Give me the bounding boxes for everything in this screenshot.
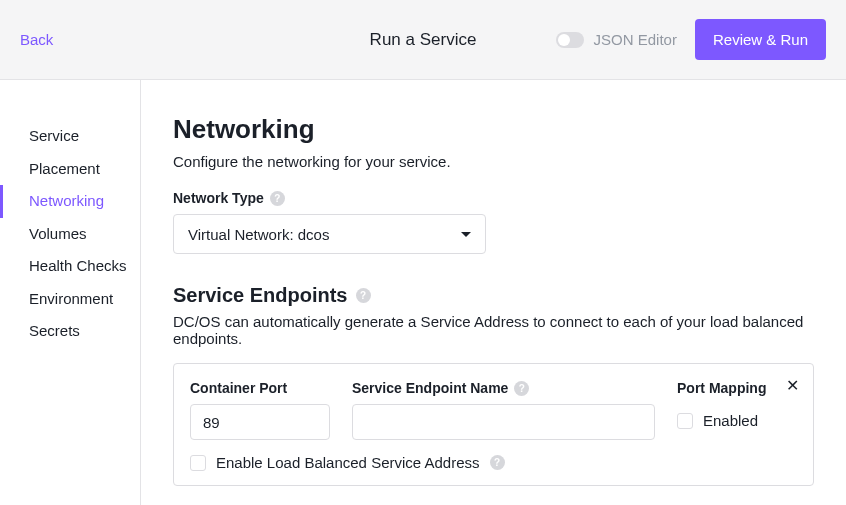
service-endpoints-title: Service Endpoints ?: [173, 284, 814, 307]
page-title: Networking: [173, 114, 814, 145]
network-type-select[interactable]: Virtual Network: dcos: [173, 214, 486, 254]
network-type-selected: Virtual Network: dcos: [188, 226, 329, 243]
sidebar-item-health-checks[interactable]: Health Checks: [0, 250, 140, 283]
json-editor-label: JSON Editor: [594, 31, 677, 48]
main-content: Networking Configure the networking for …: [141, 80, 846, 505]
sidebar-item-secrets[interactable]: Secrets: [0, 315, 140, 348]
container-port-label: Container Port: [190, 380, 330, 396]
chevron-down-icon: [461, 232, 471, 237]
body: Service Placement Networking Volumes Hea…: [0, 80, 846, 505]
endpoint-box: ✕ Container Port Service Endpoint Name ?: [173, 363, 814, 486]
header-right: JSON Editor Review & Run: [556, 19, 826, 60]
help-icon[interactable]: ?: [270, 191, 285, 206]
page-subtitle: Configure the networking for your servic…: [173, 153, 814, 170]
json-editor-toggle-container: JSON Editor: [556, 31, 677, 48]
header: Back Run a Service JSON Editor Review & …: [0, 0, 846, 80]
sidebar: Service Placement Networking Volumes Hea…: [0, 80, 141, 505]
container-port-input[interactable]: [190, 404, 330, 440]
service-endpoint-name-label: Service Endpoint Name ?: [352, 380, 655, 396]
network-type-label-text: Network Type: [173, 190, 264, 206]
sidebar-item-placement[interactable]: Placement: [0, 153, 140, 186]
help-icon[interactable]: ?: [514, 381, 529, 396]
back-link[interactable]: Back: [20, 31, 53, 48]
port-mapping-col: Port Mapping Enabled: [677, 380, 797, 429]
port-mapping-label-text: Port Mapping: [677, 380, 766, 396]
container-port-col: Container Port: [190, 380, 330, 440]
json-editor-toggle[interactable]: [556, 32, 584, 48]
port-mapping-enabled-label: Enabled: [703, 412, 758, 429]
sidebar-item-networking[interactable]: Networking: [0, 185, 140, 218]
service-endpoints-title-text: Service Endpoints: [173, 284, 348, 307]
network-type-label: Network Type ?: [173, 190, 814, 206]
load-balanced-checkbox[interactable]: [190, 455, 206, 471]
help-icon[interactable]: ?: [490, 455, 505, 470]
port-mapping-label: Port Mapping: [677, 380, 797, 396]
service-endpoint-name-label-text: Service Endpoint Name: [352, 380, 508, 396]
load-balanced-label: Enable Load Balanced Service Address: [216, 454, 480, 471]
sidebar-item-service[interactable]: Service: [0, 120, 140, 153]
help-icon[interactable]: ?: [356, 288, 371, 303]
container-port-label-text: Container Port: [190, 380, 287, 396]
endpoint-row: Container Port Service Endpoint Name ? P…: [190, 380, 797, 440]
service-endpoint-name-col: Service Endpoint Name ?: [352, 380, 655, 440]
service-endpoints-desc: DC/OS can automatically generate a Servi…: [173, 313, 814, 347]
load-balanced-row: Enable Load Balanced Service Address ?: [190, 454, 797, 471]
service-endpoint-name-input[interactable]: [352, 404, 655, 440]
port-mapping-enabled-checkbox[interactable]: [677, 413, 693, 429]
page-header-title: Run a Service: [370, 30, 477, 50]
sidebar-item-volumes[interactable]: Volumes: [0, 218, 140, 251]
close-icon[interactable]: ✕: [786, 378, 799, 394]
port-mapping-enabled-row: Enabled: [677, 412, 797, 429]
review-run-button[interactable]: Review & Run: [695, 19, 826, 60]
sidebar-item-environment[interactable]: Environment: [0, 283, 140, 316]
